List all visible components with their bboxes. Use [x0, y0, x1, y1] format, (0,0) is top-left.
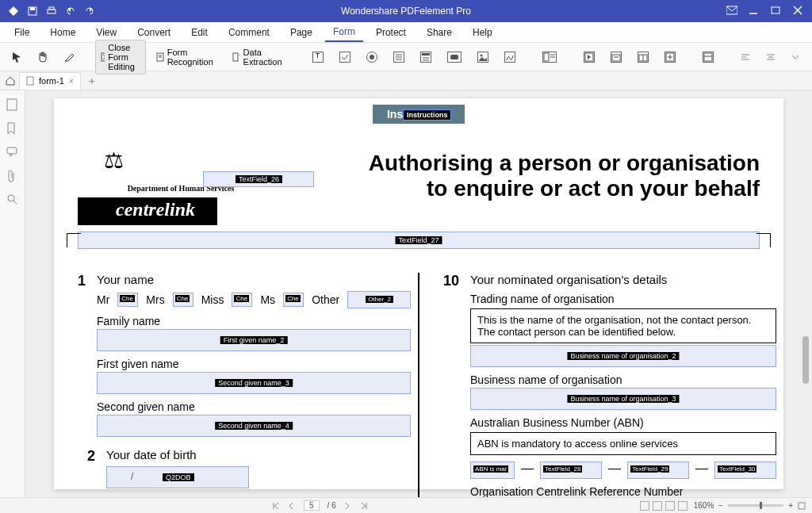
text-field-tool[interactable]: T: [307, 48, 329, 66]
align-more[interactable]: [786, 50, 805, 64]
menu-page[interactable]: Page: [282, 24, 320, 41]
form-recognition-button[interactable]: Form Recognition: [151, 44, 222, 70]
menu-edit[interactable]: Edit: [183, 24, 216, 41]
document-canvas[interactable]: Instructions Instructions ⚖ TextField_26…: [25, 90, 812, 497]
search-panel-icon[interactable]: [6, 193, 19, 206]
radio-tool[interactable]: [361, 48, 383, 66]
trading-name-hint: This is the name of the organisation, no…: [470, 308, 776, 343]
field-abn-3[interactable]: TextField_29: [627, 461, 689, 479]
field-abn-4[interactable]: TextField_30: [714, 461, 776, 479]
comments-icon[interactable]: [6, 146, 19, 159]
prev-page-icon[interactable]: [288, 502, 296, 510]
thumbnails-icon[interactable]: [6, 98, 19, 111]
redo-icon[interactable]: [84, 6, 95, 17]
vertical-scrollbar[interactable]: [802, 90, 810, 497]
add-tab-button[interactable]: +: [84, 75, 100, 87]
zoom-in-icon[interactable]: +: [788, 501, 793, 510]
form-field-textfield-26[interactable]: TextField_26: [203, 171, 314, 187]
print-icon[interactable]: [46, 6, 57, 17]
form-field-textfield-27[interactable]: TextField_27: [78, 232, 760, 249]
data-extraction-button[interactable]: Data Extraction: [227, 44, 291, 70]
menu-home[interactable]: Home: [42, 24, 83, 41]
menu-view[interactable]: View: [88, 24, 124, 41]
q2-title: Your date of birth: [106, 448, 394, 461]
svg-point-22: [480, 54, 482, 56]
menu-help[interactable]: Help: [465, 24, 500, 41]
svg-line-44: [13, 201, 17, 204]
field-abn-2[interactable]: TextField_28: [540, 461, 602, 479]
close-form-editing-button[interactable]: Close Form Editing: [95, 40, 146, 75]
q1-number: 1: [78, 273, 86, 437]
image-tool[interactable]: [472, 48, 494, 66]
align-center[interactable]: [760, 49, 781, 65]
align-left[interactable]: [735, 49, 756, 65]
field-family-name[interactable]: First given name_2: [97, 329, 411, 351]
last-page-icon[interactable]: [360, 502, 368, 510]
select-tool[interactable]: [6, 48, 27, 66]
svg-rect-40: [27, 77, 33, 85]
view-single-icon[interactable]: [640, 501, 649, 511]
scrollbar-thumb[interactable]: [802, 336, 809, 384]
next-page-icon[interactable]: [344, 502, 352, 510]
view-facing-continuous-icon[interactable]: [678, 501, 688, 511]
menu-convert[interactable]: Convert: [129, 24, 178, 41]
more-fields-tool[interactable]: [537, 48, 562, 66]
field-business-name[interactable]: Business name of organisation_3: [470, 388, 776, 410]
combobox-tool[interactable]: [388, 48, 410, 66]
button-tool[interactable]: [442, 48, 467, 66]
zoom-slider[interactable]: [728, 504, 783, 507]
menu-protect[interactable]: Protect: [368, 24, 414, 41]
maximize-icon[interactable]: [771, 6, 782, 17]
checkbox-tool[interactable]: [334, 48, 356, 66]
field-trading-name[interactable]: Business name of organisation_2: [470, 345, 776, 367]
edit-tool[interactable]: [59, 49, 79, 65]
home-tab-icon[interactable]: [5, 75, 16, 86]
statusbar: 5 / 6 160% − +: [0, 497, 812, 513]
minimize-icon[interactable]: [749, 6, 760, 17]
form-properties[interactable]: [697, 48, 719, 66]
menu-file[interactable]: File: [6, 24, 37, 41]
svg-rect-23: [544, 53, 549, 61]
menu-share[interactable]: Share: [419, 24, 460, 41]
hand-tool[interactable]: [32, 48, 54, 66]
field-dob[interactable]: / Q2DOB: [106, 466, 249, 488]
form-action-3[interactable]: [632, 48, 654, 66]
instructions-field[interactable]: Instructions: [403, 109, 452, 121]
business-name-label: Business name of organisation: [470, 373, 776, 386]
instructions-badge: Instructions Instructions: [373, 105, 465, 124]
first-page-icon[interactable]: [272, 502, 280, 510]
check-ms[interactable]: Che: [283, 293, 304, 307]
menu-comment[interactable]: Comment: [220, 24, 278, 41]
form-action-4[interactable]: [659, 48, 681, 66]
q2-number: 2: [78, 448, 95, 488]
form-action-2[interactable]: [605, 48, 627, 66]
zoom-out-icon[interactable]: −: [718, 501, 723, 510]
fullscreen-icon[interactable]: [798, 502, 806, 510]
menu-form[interactable]: Form: [325, 23, 363, 42]
save-icon[interactable]: [27, 6, 38, 17]
field-first-name[interactable]: Second given name_3: [97, 372, 411, 394]
check-mr[interactable]: Che: [117, 293, 138, 307]
attachments-icon[interactable]: [6, 170, 19, 182]
close-icon[interactable]: [793, 6, 804, 17]
svg-rect-15: [233, 53, 238, 61]
check-mrs[interactable]: Che: [173, 293, 193, 307]
form-action-1[interactable]: [578, 48, 600, 66]
view-facing-icon[interactable]: [665, 501, 675, 511]
field-other[interactable]: Other_2: [347, 291, 411, 308]
page-number-input[interactable]: 5: [304, 500, 320, 511]
document-tab[interactable]: form-1 ×: [19, 72, 81, 90]
check-miss[interactable]: Che: [232, 293, 252, 307]
view-continuous-icon[interactable]: [653, 501, 662, 511]
field-second-name[interactable]: Second given name_4: [97, 415, 411, 437]
field-abn-1[interactable]: ABN is mar: [470, 461, 515, 479]
abn-hint: ABN is mandatory to access online servic…: [470, 432, 776, 455]
close-tab-icon[interactable]: ×: [69, 77, 74, 86]
svg-rect-9: [102, 53, 105, 61]
undo-icon[interactable]: [65, 6, 76, 17]
signature-tool[interactable]: [499, 48, 521, 66]
listbox-tool[interactable]: [415, 48, 437, 66]
svg-point-43: [8, 195, 14, 201]
bookmarks-icon[interactable]: [6, 122, 19, 135]
mail-icon[interactable]: [726, 6, 737, 17]
